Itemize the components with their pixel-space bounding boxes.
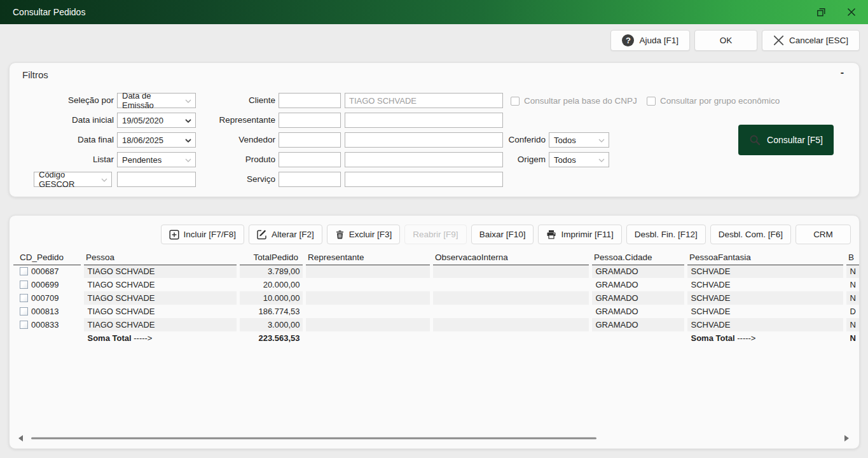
cliente-name-input[interactable] (345, 93, 503, 108)
cell-pessoa: TIAGO SCHVADE (82, 278, 238, 291)
listar-select[interactable]: Pendentes (117, 152, 196, 167)
horizontal-scrollbar (10, 433, 859, 443)
table-row[interactable]: 000699TIAGO SCHVADE20.000,00GRAMADOSCHVA… (13, 278, 859, 291)
codigo-gescor-select[interactable]: Código GESCOR (34, 172, 112, 187)
row-checkbox[interactable] (20, 281, 28, 289)
table-row[interactable]: 000709TIAGO SCHVADE10.000,00GRAMADOSCHVA… (13, 291, 859, 305)
table-row[interactable]: 000833TIAGO SCHVADE3.000,00GRAMADOSCHVAD… (13, 318, 859, 331)
consultar-button[interactable]: Consultar [F5] (738, 125, 834, 155)
selecao-por-label: Seleção por (10, 93, 114, 108)
reabrir-button[interactable]: Reabrir [F9] (404, 225, 466, 244)
cell-observacao-interna (431, 318, 590, 331)
checkbox-icon (511, 97, 520, 106)
cell-pessoa-cidade: GRAMADO (590, 305, 685, 318)
cell-pessoa: TIAGO SCHVADE (82, 265, 238, 278)
trash-icon (335, 230, 345, 240)
imprimir-button[interactable]: Imprimir [F11] (538, 225, 621, 244)
data-inicial-label: Data inicial (10, 113, 114, 128)
row-checkbox[interactable] (20, 294, 28, 302)
selecao-por-select[interactable]: Data de Emissão (117, 93, 196, 108)
cell-pessoa-fantasia: SCHVADE (685, 291, 844, 305)
close-icon (847, 8, 856, 17)
scroll-right-arrow-icon[interactable] (844, 435, 849, 441)
cell-pessoa-cidade: GRAMADO (590, 318, 685, 331)
close-window-button[interactable] (846, 6, 857, 18)
edit-icon (257, 230, 267, 240)
col-header-total-pedido[interactable]: TotalPedido (238, 251, 304, 265)
row-checkbox[interactable] (20, 307, 28, 316)
origem-select[interactable]: Todos (549, 152, 609, 167)
vendedor-code-input[interactable] (279, 132, 341, 148)
data-inicial-select[interactable]: 19/05/2020 (117, 113, 196, 128)
cnpj-checkbox[interactable]: Consultar pela base do CNPJ (511, 96, 637, 106)
baixar-button[interactable]: Baixar [F10] (471, 225, 534, 244)
printer-icon (546, 230, 556, 240)
origem-value: Todos (554, 155, 576, 165)
col-header-b[interactable]: B (844, 251, 859, 265)
representante-code-input[interactable] (279, 113, 341, 128)
data-final-value: 18/06/2025 (122, 135, 163, 145)
soma-total-label: Soma Total (88, 333, 134, 343)
cell-soma-b: N (844, 331, 859, 345)
row-checkbox[interactable] (20, 267, 28, 275)
col-header-pessoa-fantasia[interactable]: PessoaFantasia (685, 251, 844, 265)
cd-pedido-value: 000687 (31, 267, 59, 276)
cliente-code-input[interactable] (279, 93, 341, 108)
help-icon: ? (622, 34, 634, 46)
incluir-button[interactable]: Incluir [F7/F8] (161, 225, 245, 244)
cell-observacao-interna (431, 278, 590, 291)
cell-representante (304, 278, 431, 291)
excluir-button[interactable]: Excluir [F3] (327, 225, 401, 244)
scroll-left-arrow-icon[interactable] (18, 435, 23, 441)
codigo-gescor-input[interactable] (117, 172, 196, 187)
add-icon (169, 230, 179, 240)
crm-button[interactable]: CRM (796, 225, 851, 244)
data-inicial-value: 19/05/2020 (122, 116, 163, 125)
alterar-button[interactable]: Alterar [F2] (249, 225, 322, 244)
origem-label: Origem (472, 152, 546, 167)
produto-label: Produto (188, 152, 275, 167)
cell-b: N (844, 291, 859, 305)
soma-total-label: Soma Total (691, 333, 738, 343)
table-row[interactable]: 000687TIAGO SCHVADE3.789,00GRAMADOSCHVAD… (13, 265, 859, 278)
servico-code-input[interactable] (279, 172, 341, 187)
cell-pessoa-cidade: GRAMADO (590, 278, 685, 291)
row-checkbox[interactable] (20, 321, 28, 329)
cell-b: N (844, 278, 859, 291)
produto-code-input[interactable] (279, 152, 341, 167)
conferido-select[interactable]: Todos (549, 132, 609, 148)
table-header-row: CD_Pedido Pessoa TotalPedido Representan… (13, 251, 859, 265)
filters-collapse-button[interactable]: - (841, 67, 844, 78)
ok-button[interactable]: OK (694, 30, 757, 51)
representante-name-input[interactable] (345, 113, 503, 128)
col-header-pessoa-cidade[interactable]: Pessoa.Cidade (590, 251, 685, 265)
data-final-select[interactable]: 18/06/2025 (117, 132, 196, 148)
cliente-label: Cliente (188, 93, 275, 108)
cell-soma-total-pedido: 223.563,53 (238, 331, 304, 345)
cnpj-checkbox-label: Consultar pela base do CNPJ (524, 96, 637, 106)
desbl-fin-button[interactable]: Desbl. Fin. [F12] (626, 225, 706, 244)
cell-observacao-interna (431, 291, 590, 305)
cell-cd-pedido: 000813 (13, 305, 82, 318)
desbl-com-button[interactable]: Desbl. Com. [F6] (710, 225, 791, 244)
cd-pedido-value: 000813 (31, 307, 59, 316)
col-header-observacao-interna[interactable]: ObservacaoInterna (431, 251, 590, 265)
cell-b: N (844, 318, 859, 331)
col-header-cd-pedido[interactable]: CD_Pedido (13, 251, 82, 265)
restore-window-button[interactable] (815, 6, 827, 18)
cd-pedido-value: 000833 (31, 320, 59, 330)
cell-empty (590, 331, 685, 345)
scrollbar-thumb[interactable] (31, 438, 596, 440)
filters-panel-title: Filtros (22, 69, 48, 80)
table-row[interactable]: 000813TIAGO SCHVADE186.774,53GRAMADOSCHV… (13, 305, 859, 318)
cell-pessoa-cidade: GRAMADO (590, 291, 685, 305)
selecao-por-value: Data de Emissão (122, 91, 183, 110)
reabrir-button-label: Reabrir [F9] (413, 230, 458, 239)
cancel-button[interactable]: Cancelar [ESC] (762, 30, 860, 51)
imprimir-button-label: Imprimir [F11] (561, 230, 613, 239)
col-header-representante[interactable]: Representante (304, 251, 431, 265)
servico-name-input[interactable] (345, 172, 503, 187)
help-button[interactable]: ? Ajuda [F1] (610, 30, 690, 51)
col-header-pessoa[interactable]: Pessoa (82, 251, 238, 265)
grupo-economico-checkbox[interactable]: Consultar por grupo econômico (647, 96, 780, 106)
